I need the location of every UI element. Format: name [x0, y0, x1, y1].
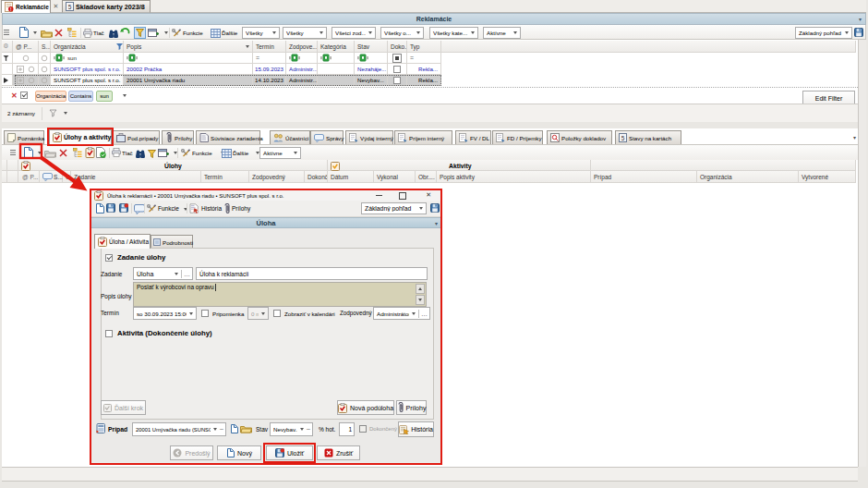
- svg-text:5: 5: [621, 135, 625, 141]
- svg-text:5: 5: [68, 4, 72, 10]
